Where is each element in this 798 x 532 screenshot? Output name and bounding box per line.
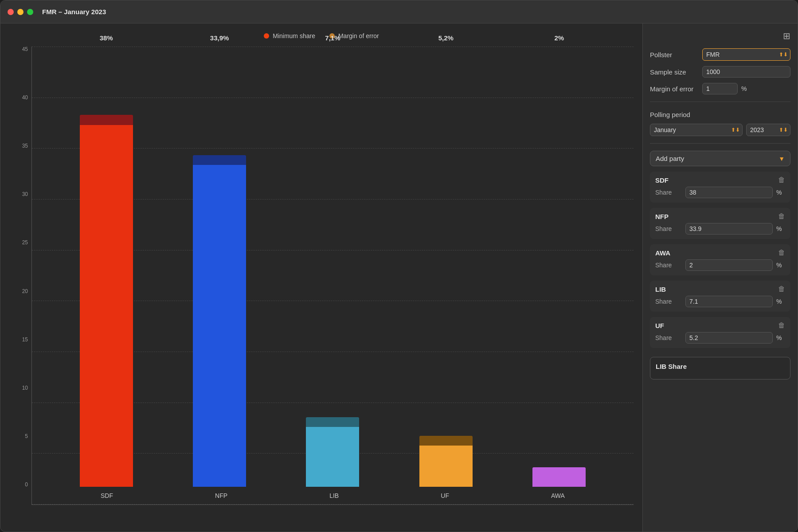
window-title: FMR – January 2023 [42,8,106,16]
fullscreen-button[interactable] [27,9,33,15]
y-label-40: 40 [22,95,28,100]
divider-2 [650,143,790,144]
add-party-button[interactable]: Add party ▼ [650,151,790,166]
y-label-30: 30 [22,192,28,197]
party-lib-share-row: Share % [655,296,785,307]
min-share-dot [264,33,269,39]
month-select[interactable]: January February March April May June Ju… [650,124,743,136]
party-nfp-percent: % [776,225,785,232]
margin-error-percent: % [741,85,750,92]
margin-error-label: Margin of error [650,85,699,93]
party-uf-delete-icon[interactable]: 🗑 [778,321,785,329]
bars-container: 38% 33,9% [32,47,634,487]
party-nfp-share-row: Share % [655,223,785,235]
party-awa-name: AWA [655,249,670,257]
pollster-select[interactable]: FMR Other [702,48,790,61]
party-nfp-name: NFP [655,213,669,220]
titlebar: FMR – January 2023 [0,0,798,23]
bar-value-uf: 5,2% [438,34,454,42]
party-uf-name: UF [655,322,664,329]
party-sdf-share-label: Share [655,189,682,196]
panel-header: ⊞ [650,31,790,41]
bar-group-lib: 7,1% [306,47,359,487]
party-sdf-name: SDF [655,176,669,184]
x-label-sdf: SDF [101,492,113,499]
y-label-25: 25 [22,240,28,245]
x-label-uf: UF [441,492,449,499]
app-window: FMR – January 2023 Minimum share Margin … [0,0,798,532]
sample-size-input[interactable] [702,66,790,78]
pollster-select-wrapper[interactable]: FMR Other ⬆⬇ [702,48,790,61]
party-awa-delete-icon[interactable]: 🗑 [778,249,785,257]
margin-error-input[interactable] [702,83,738,94]
y-label-10: 10 [22,385,28,391]
y-label-45: 45 [22,47,28,52]
add-party-arrow-icon: ▼ [778,155,785,162]
party-uf-share-input[interactable] [685,332,773,344]
bar-value-nfp: 33,9% [210,34,229,42]
polling-period-row: January February March April May June Ju… [650,124,790,136]
party-uf-header: UF 🗑 [655,321,785,329]
bar-value-lib: 7,1% [325,34,340,42]
lib-share-section: LIB Share [650,357,790,379]
minimize-button[interactable] [17,9,23,15]
party-card-nfp: NFP 🗑 Share % [650,208,790,239]
party-awa-share-input[interactable] [685,259,773,271]
pollster-label: Pollster [650,51,699,59]
party-sdf-percent: % [776,189,785,196]
y-axis: 0 5 10 15 20 25 30 35 40 45 [9,47,31,505]
bar-value-awa: 2% [554,34,564,42]
party-lib-share-label: Share [655,298,682,305]
party-sdf-share-input[interactable] [685,187,773,198]
party-uf-share-row: Share % [655,332,785,344]
y-label-20: 20 [22,289,28,294]
legend-margin-error-label: Margin of error [338,32,379,39]
party-uf-percent: % [776,334,785,341]
party-sdf-header: SDF 🗑 [655,176,785,184]
bar-group-sdf: 38% [80,47,133,487]
party-card-uf: UF 🗑 Share % [650,317,790,348]
add-party-label: Add party [656,155,684,162]
sidebar-toggle-icon[interactable]: ⊞ [783,31,790,41]
party-lib-percent: % [776,298,785,305]
party-lib-header: LIB 🗑 [655,285,785,293]
party-nfp-share-label: Share [655,225,682,232]
party-lib-share-input[interactable] [685,296,773,307]
bar-group-awa: 2% [532,47,586,487]
polling-period-label: Polling period [650,111,790,118]
pollster-row: Pollster FMR Other ⬆⬇ [650,48,790,61]
party-nfp-header: NFP 🗑 [655,212,785,220]
chart-area: Minimum share Margin of error 0 5 10 15 … [0,23,642,532]
x-label-lib: LIB [329,492,339,499]
party-sdf-delete-icon[interactable]: 🗑 [778,176,785,184]
party-nfp-delete-icon[interactable]: 🗑 [778,212,785,220]
party-awa-share-label: Share [655,262,682,269]
year-select[interactable]: 2020 2021 2022 2023 2024 [746,124,790,136]
x-label-nfp: NFP [215,492,227,499]
party-card-lib: LIB 🗑 Share % [650,281,790,312]
party-card-awa: AWA 🗑 Share % [650,244,790,275]
party-awa-percent: % [776,262,785,269]
divider-1 [650,102,790,102]
chart-container: 0 5 10 15 20 25 30 35 40 45 [9,47,634,505]
party-lib-delete-icon[interactable]: 🗑 [778,285,785,293]
party-uf-share-label: Share [655,334,682,341]
party-lib-name: LIB [655,286,666,293]
party-nfp-share-input[interactable] [685,223,773,235]
party-awa-header: AWA 🗑 [655,249,785,257]
year-select-wrapper[interactable]: 2020 2021 2022 2023 2024 ⬆⬇ [746,124,790,136]
y-label-15: 15 [22,337,28,342]
chart-inner: 38% 33,9% [31,47,634,505]
bar-group-uf: 5,2% [419,47,473,487]
x-label-awa: AWA [551,492,565,499]
month-select-wrapper[interactable]: January February March April May June Ju… [650,124,743,136]
x-labels: SDF NFP LIB UF AWA [32,487,634,505]
bar-group-nfp: 33,9% [193,47,246,487]
y-label-35: 35 [22,143,28,149]
bar-value-sdf: 38% [100,34,113,42]
y-label-5: 5 [25,434,28,439]
main-content: Minimum share Margin of error 0 5 10 15 … [0,23,798,532]
margin-error-row: Margin of error % [650,83,790,94]
close-button[interactable] [8,9,14,15]
y-label-0: 0 [25,482,28,487]
